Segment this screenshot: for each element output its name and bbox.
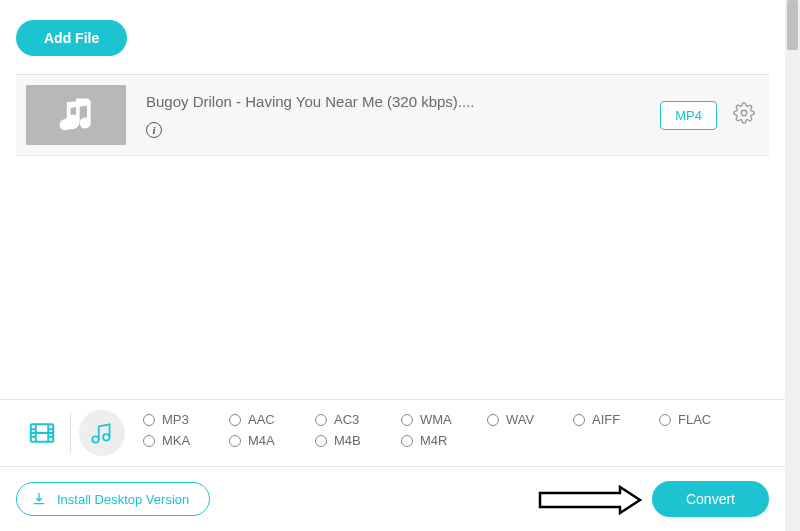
install-desktop-button[interactable]: Install Desktop Version <box>16 482 210 516</box>
format-badge[interactable]: MP4 <box>660 101 717 130</box>
file-row: Bugoy Drilon - Having You Near Me (320 k… <box>16 74 769 156</box>
scrollbar[interactable] <box>785 0 800 531</box>
format-flac[interactable]: FLAC <box>659 412 745 427</box>
format-m4b[interactable]: M4B <box>315 433 401 448</box>
format-mka[interactable]: MKA <box>143 433 229 448</box>
gear-icon[interactable] <box>733 102 755 128</box>
format-aac[interactable]: AAC <box>229 412 315 427</box>
action-bar: Install Desktop Version Convert <box>0 466 785 531</box>
file-thumbnail <box>26 85 126 145</box>
file-info: Bugoy Drilon - Having You Near Me (320 k… <box>146 93 660 138</box>
format-m4a[interactable]: M4A <box>229 433 315 448</box>
info-icon[interactable]: i <box>146 122 162 138</box>
arrow-annotation <box>535 485 645 515</box>
category-divider <box>70 413 71 453</box>
format-aiff[interactable]: AIFF <box>573 412 659 427</box>
music-icon <box>54 93 98 137</box>
scrollbar-thumb[interactable] <box>787 0 798 50</box>
svg-point-10 <box>92 436 99 443</box>
format-bar: MP3 AAC AC3 WMA WAV AIFF FLAC MKA M4A M4… <box>0 399 785 466</box>
format-wav[interactable]: WAV <box>487 412 573 427</box>
svg-point-1 <box>741 110 747 116</box>
convert-button[interactable]: Convert <box>652 481 769 517</box>
file-title: Bugoy Drilon - Having You Near Me (320 k… <box>146 93 660 110</box>
audio-category-icon[interactable] <box>79 410 125 456</box>
video-category-icon[interactable] <box>24 415 60 451</box>
download-icon <box>31 491 47 507</box>
format-ac3[interactable]: AC3 <box>315 412 401 427</box>
format-mp3[interactable]: MP3 <box>143 412 229 427</box>
add-file-button[interactable]: Add File <box>16 20 127 56</box>
format-m4r[interactable]: M4R <box>401 433 487 448</box>
format-options: MP3 AAC AC3 WMA WAV AIFF FLAC MKA M4A M4… <box>143 412 769 454</box>
svg-point-11 <box>103 434 110 441</box>
format-wma[interactable]: WMA <box>401 412 487 427</box>
